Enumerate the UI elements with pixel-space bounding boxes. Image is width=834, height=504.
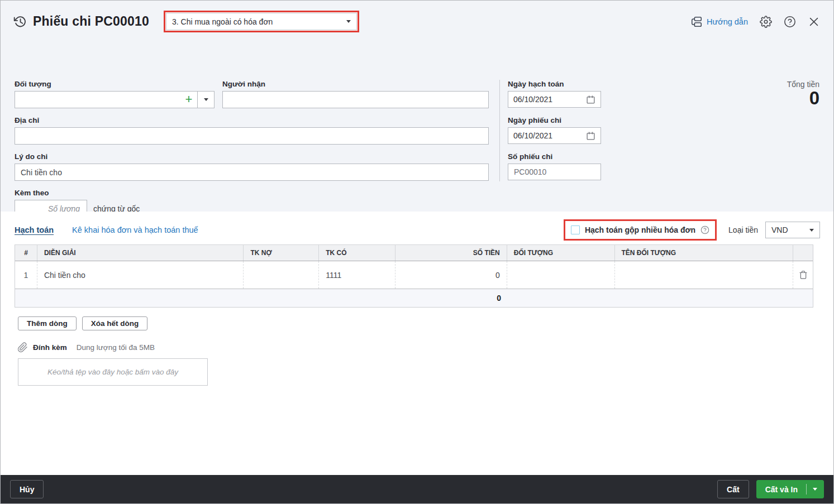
merge-invoices-checkbox[interactable] — [571, 225, 580, 234]
attachment-label: Đính kèm — [33, 343, 67, 352]
table-row: 1 Chi tiền cho 1111 0 — [15, 261, 813, 289]
col-ten-doi-tuong: TÊN ĐỐI TƯỢNG — [615, 245, 794, 261]
voucher-type-value: 3. Chi mua ngoài có hóa đơn — [172, 17, 346, 26]
attachment-hint: Dung lượng tối đa 5MB — [77, 343, 155, 352]
ngay-phieu-chi-field[interactable]: 06/10/2021 — [508, 127, 601, 144]
col-doi-tuong: ĐỐI TƯỢNG — [507, 245, 615, 261]
guide-icon — [690, 16, 703, 28]
tabs-row: Hạch toán Kê khai hóa đơn và hạch toán t… — [1, 212, 833, 241]
detail-section: Hạch toán Kê khai hóa đơn và hạch toán t… — [1, 212, 833, 475]
currency-dropdown[interactable]: VND — [765, 222, 820, 238]
table-total-value: 0 — [396, 294, 508, 303]
save-options-dropdown[interactable] — [807, 488, 823, 491]
dia-chi-label: Địa chỉ — [15, 116, 39, 124]
attachment-row: Đính kèm Dung lượng tối đa 5MB — [17, 342, 833, 353]
history-icon[interactable] — [13, 15, 27, 29]
col-actions — [793, 245, 813, 261]
table-options: Hạch toán gộp nhiều hóa đơn Loại tiền VN… — [564, 219, 820, 241]
ngay-hach-toan-value: 06/10/2021 — [513, 95, 586, 104]
col-dien-giai: DIỄN GIẢI — [37, 245, 244, 261]
header: Phiếu chi PC00010 3. Chi mua ngoài có hó… — [1, 1, 833, 34]
calendar-icon[interactable] — [586, 95, 595, 104]
paperclip-icon — [17, 342, 28, 353]
trash-icon[interactable] — [799, 270, 808, 280]
cell-tk-no[interactable] — [244, 261, 319, 289]
voucher-type-annotation: 3. Chi mua ngoài có hóa đơn — [164, 11, 359, 32]
col-index: # — [15, 245, 37, 261]
question-circle-icon[interactable] — [700, 225, 709, 234]
cell-actions — [793, 261, 813, 289]
chevron-down-icon — [809, 229, 814, 232]
dia-chi-input[interactable] — [15, 127, 489, 145]
kem-theo-label: Kèm theo — [15, 189, 49, 197]
currency-label: Loại tiền — [728, 225, 758, 234]
accounting-table: # DIỄN GIẢI TK NỢ TK CÓ SỐ TIỀN ĐỐI TƯỢN… — [15, 244, 813, 308]
gear-icon[interactable] — [760, 16, 772, 28]
header-actions: Hướng dẫn — [690, 16, 820, 28]
help-icon[interactable] — [784, 16, 796, 28]
chevron-down-icon — [204, 98, 208, 101]
tab-ke-khai-hoa-don[interactable]: Kê khai hóa đơn và hạch toán thuế — [72, 225, 198, 234]
cell-ten-doi-tuong[interactable] — [615, 261, 794, 289]
nguoi-nhan-input[interactable] — [222, 91, 489, 108]
ly-do-chi-label: Lý do chi — [15, 152, 47, 161]
merge-invoices-label: Hạch toán gộp nhiều hóa đơn — [585, 225, 695, 234]
save-and-print-button[interactable]: Cất và In — [756, 480, 824, 498]
add-row-button[interactable]: Thêm dòng — [18, 316, 77, 330]
merge-invoices-annotation: Hạch toán gộp nhiều hóa đơn — [564, 219, 717, 241]
tong-tien-value: 0 — [809, 88, 819, 109]
so-phieu-chi-label: Số phiếu chi — [508, 152, 552, 161]
cell-index: 1 — [15, 261, 37, 289]
col-tk-co: TK CÓ — [319, 245, 395, 261]
add-object-icon[interactable]: + — [180, 92, 197, 108]
tab-hach-toan[interactable]: Hạch toán — [15, 225, 54, 234]
col-tk-no: TK NỢ — [244, 245, 319, 261]
chevron-down-icon — [346, 20, 351, 23]
voucher-form: Đối tượng + Người nhận Địa chỉ Lý do chi… — [1, 34, 833, 206]
ngay-phieu-chi-value: 06/10/2021 — [513, 131, 586, 140]
cell-doi-tuong[interactable] — [507, 261, 615, 289]
page-title: Phiếu chi PC00010 — [33, 14, 149, 29]
guide-label: Hướng dẫn — [707, 17, 748, 26]
delete-all-rows-button[interactable]: Xóa hết dòng — [82, 316, 148, 330]
save-and-print-label: Cất và In — [757, 485, 806, 494]
row-actions: Thêm dòng Xóa hết dòng — [18, 316, 833, 330]
close-icon[interactable] — [808, 16, 820, 28]
footer-bar: Hủy Cất Cất và In — [1, 475, 833, 503]
so-phieu-chi-input[interactable] — [508, 164, 601, 180]
doi-tuong-field: + — [15, 91, 215, 108]
nguoi-nhan-label: Người nhận — [222, 80, 265, 88]
table-header-row: # DIỄN GIẢI TK NỢ TK CÓ SỐ TIỀN ĐỐI TƯỢN… — [15, 245, 813, 261]
top-section: Phiếu chi PC00010 3. Chi mua ngoài có hó… — [1, 1, 833, 212]
ngay-hach-toan-label: Ngày hạch toán — [508, 80, 564, 88]
chevron-down-icon — [813, 488, 817, 491]
table-total-row: 0 — [15, 289, 813, 307]
doi-tuong-input[interactable] — [15, 92, 180, 108]
currency-value: VND — [771, 225, 809, 234]
calendar-icon[interactable] — [586, 131, 595, 141]
voucher-type-dropdown[interactable]: 3. Chi mua ngoài có hóa đơn — [166, 13, 357, 30]
cancel-button[interactable]: Hủy — [10, 480, 44, 498]
form-divider — [499, 80, 500, 181]
ngay-phieu-chi-label: Ngày phiếu chi — [508, 116, 561, 124]
guide-link[interactable]: Hướng dẫn — [690, 16, 748, 28]
save-button[interactable]: Cất — [717, 480, 749, 498]
file-dropzone[interactable]: Kéo/thả tệp vào đây hoặc bấm vào đây — [18, 358, 208, 386]
doi-tuong-label: Đối tượng — [15, 80, 51, 88]
dropzone-text: Kéo/thả tệp vào đây hoặc bấm vào đây — [47, 368, 178, 376]
ly-do-chi-input[interactable] — [15, 164, 489, 181]
payment-voucher-window: Phiếu chi PC00010 3. Chi mua ngoài có hó… — [0, 0, 834, 504]
cell-dien-giai[interactable]: Chi tiền cho — [37, 261, 244, 289]
footer-actions: Cất Cất và In — [717, 480, 824, 498]
ngay-hach-toan-field[interactable]: 06/10/2021 — [508, 91, 601, 108]
cell-tk-co[interactable]: 1111 — [319, 261, 395, 289]
col-so-tien: SỐ TIỀN — [395, 245, 507, 261]
cell-so-tien[interactable]: 0 — [395, 261, 507, 289]
doi-tuong-dropdown-button[interactable] — [197, 92, 214, 108]
